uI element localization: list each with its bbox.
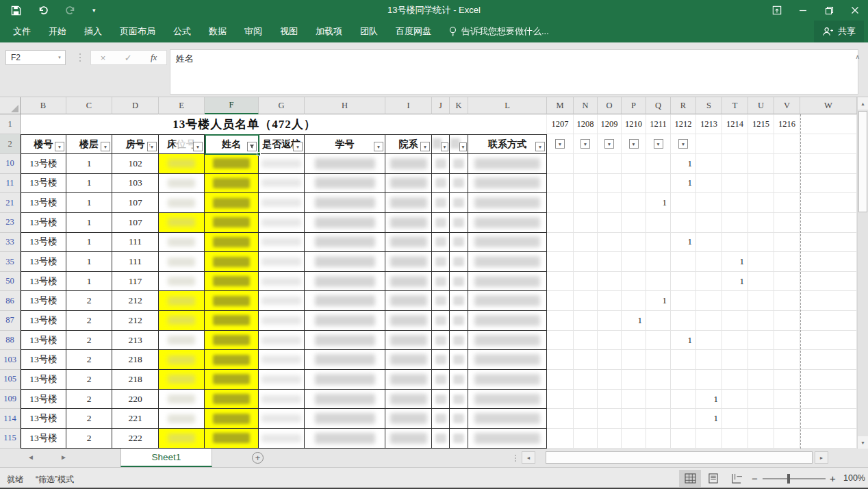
filter-dropdown-icon[interactable]: ▼ <box>55 142 64 151</box>
cell-room-number[interactable]: 1213 <box>696 114 722 134</box>
cell-count[interactable] <box>774 233 800 253</box>
header-extra[interactable]: ▼ <box>646 134 671 154</box>
cell-count[interactable] <box>748 409 774 429</box>
cell-count[interactable] <box>598 350 622 370</box>
row-header[interactable]: 1 <box>0 114 21 134</box>
cell-count[interactable] <box>574 331 598 351</box>
cell-count[interactable] <box>774 429 800 449</box>
cell-name-redacted[interactable] <box>205 213 259 233</box>
cell-redacted[interactable] <box>450 311 468 331</box>
name-box-dropdown-icon[interactable]: ▼ <box>58 55 62 60</box>
close-icon[interactable] <box>842 0 868 21</box>
row-header[interactable]: 114 <box>0 409 21 429</box>
cell-count[interactable] <box>671 272 696 292</box>
cell-returned-redacted[interactable] <box>259 174 305 194</box>
cell-count[interactable] <box>598 370 622 390</box>
cell-student-id-redacted[interactable] <box>305 291 385 311</box>
cell-redacted[interactable] <box>450 409 468 429</box>
column-header-L[interactable]: L <box>468 97 547 114</box>
zoom-slider-handle[interactable] <box>787 474 790 484</box>
scroll-right-icon[interactable]: ► <box>815 451 828 464</box>
filter-dropdown-icon[interactable]: ▼ <box>580 139 590 149</box>
cell-bed-redacted[interactable] <box>159 174 205 194</box>
cell-department-redacted[interactable] <box>385 370 432 390</box>
cell-student-id-redacted[interactable] <box>305 331 385 351</box>
row-header[interactable]: 33 <box>0 233 21 253</box>
column-header-T[interactable]: T <box>722 97 748 114</box>
cell-name-redacted[interactable] <box>205 390 259 410</box>
scroll-up-icon[interactable]: ▲ <box>858 97 868 110</box>
cell-bed-redacted[interactable] <box>159 213 205 233</box>
cell-count[interactable] <box>748 311 774 331</box>
cell-contact-redacted[interactable] <box>468 213 547 233</box>
filter-dropdown-icon[interactable]: ▼ <box>459 142 467 151</box>
cell-count[interactable] <box>622 154 646 174</box>
cell-redacted[interactable] <box>432 311 450 331</box>
cell-empty[interactable] <box>800 291 857 311</box>
cell-contact-redacted[interactable] <box>468 409 547 429</box>
cell-empty[interactable] <box>800 331 857 351</box>
cell-returned-redacted[interactable] <box>259 213 305 233</box>
cell-count[interactable] <box>646 233 671 253</box>
cell-count[interactable] <box>646 331 671 351</box>
cell-redacted[interactable] <box>450 213 468 233</box>
header-floor[interactable]: 楼层▼ <box>66 134 112 154</box>
column-header-H[interactable]: H <box>305 97 385 114</box>
zoom-percentage[interactable]: 100% <box>841 473 865 483</box>
sheet-title-cell[interactable]: 13号楼人员名单（472人） <box>21 114 468 134</box>
cell-count[interactable] <box>574 390 598 410</box>
minimize-icon[interactable] <box>790 0 816 21</box>
cell-room-number[interactable]: 1207 <box>547 114 574 134</box>
share-button[interactable]: 共享 <box>814 21 864 42</box>
cell-count[interactable] <box>646 409 671 429</box>
cell-count[interactable]: 1 <box>696 409 722 429</box>
ribbon-tab[interactable]: 加载项 <box>307 21 351 42</box>
column-header-G[interactable]: G <box>259 97 305 114</box>
cell-empty[interactable] <box>800 390 857 410</box>
cell-count[interactable] <box>622 213 646 233</box>
column-header-B[interactable]: B <box>21 97 66 114</box>
cell-department-redacted[interactable] <box>385 409 432 429</box>
cell-count[interactable] <box>748 213 774 233</box>
cell-name-redacted[interactable] <box>205 272 259 292</box>
cell-returned-redacted[interactable] <box>259 311 305 331</box>
cell-department-redacted[interactable] <box>385 429 432 449</box>
cell-name-redacted[interactable] <box>205 193 259 213</box>
cell-count[interactable] <box>696 429 722 449</box>
tell-me-box[interactable]: 告诉我您想要做什么... <box>440 25 557 38</box>
cell-name-redacted[interactable] <box>205 370 259 390</box>
cell-contact-redacted[interactable] <box>468 429 547 449</box>
cell-count[interactable] <box>748 252 774 272</box>
cell-room-number[interactable]: 1216 <box>774 114 800 134</box>
cell-floor[interactable]: 1 <box>66 193 112 213</box>
cell-bed-redacted[interactable] <box>159 331 205 351</box>
cell-count[interactable] <box>622 193 646 213</box>
cell-redacted[interactable] <box>432 291 450 311</box>
cell-building[interactable]: 13号楼 <box>21 174 66 194</box>
cell-count[interactable] <box>622 409 646 429</box>
next-sheet-icon[interactable]: ► <box>60 453 67 461</box>
cell-room-number[interactable]: 1212 <box>671 114 696 134</box>
ribbon-display-options-icon[interactable] <box>764 0 790 21</box>
cell-count[interactable] <box>547 272 574 292</box>
cell-redacted[interactable] <box>432 390 450 410</box>
cell-count[interactable] <box>748 331 774 351</box>
cell-count[interactable] <box>574 350 598 370</box>
cell-count[interactable] <box>574 291 598 311</box>
cell-bed-redacted[interactable] <box>159 311 205 331</box>
filter-dropdown-icon[interactable]: ▼ <box>193 142 203 151</box>
cell-count[interactable] <box>774 311 800 331</box>
cell-returned-redacted[interactable] <box>259 291 305 311</box>
cell-count[interactable] <box>598 174 622 194</box>
cell-building[interactable]: 13号楼 <box>21 390 66 410</box>
column-header-K[interactable]: K <box>450 97 468 114</box>
cell-count[interactable] <box>774 252 800 272</box>
cell-returned-redacted[interactable] <box>259 350 305 370</box>
row-header[interactable]: 109 <box>0 390 21 410</box>
cell-redacted[interactable] <box>450 272 468 292</box>
cell-empty[interactable] <box>800 252 857 272</box>
cell-room-number[interactable]: 1210 <box>622 114 646 134</box>
cell-name-redacted[interactable] <box>205 174 259 194</box>
cell-count[interactable] <box>646 272 671 292</box>
row-header[interactable]: 105 <box>0 370 21 390</box>
